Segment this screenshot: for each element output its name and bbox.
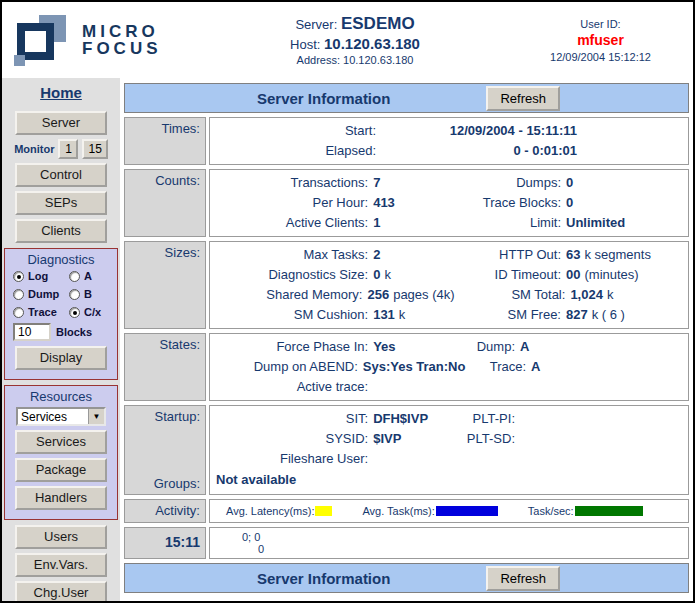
home-link[interactable]: Home <box>40 84 82 101</box>
activity-row: Activity: Avg. Latency(ms): Avg. Task(ms… <box>124 499 689 523</box>
radio-log[interactable]: Log <box>13 270 69 282</box>
active-trace-value <box>373 377 450 397</box>
handlers-button[interactable]: Handlers <box>15 486 107 510</box>
times-row: Times: Start:12/09/2004 - 15:11:11 Elaps… <box>124 117 689 165</box>
logo-line2: FOCUS <box>82 40 162 57</box>
plt-pi-value <box>520 409 686 429</box>
trace-blocks-value: 0 <box>566 193 686 213</box>
dump-on-abend-value: Sys:Yes Tran:No <box>363 357 466 377</box>
microfocus-logo: MICRO FOCUS <box>2 14 192 66</box>
force-phase-in-value: Yes <box>373 337 450 357</box>
monitor-1-button[interactable]: 1 <box>58 139 78 159</box>
timestamp: 12/09/2004 15:12:12 <box>518 51 683 63</box>
resources-title: Resources <box>5 389 117 404</box>
host-value: 10.120.63.180 <box>324 35 420 52</box>
chguser-button[interactable]: Chg.User <box>15 581 107 603</box>
legend-avg-latency: Avg. Latency(ms): <box>226 505 332 517</box>
monitor-15-button[interactable]: 15 <box>82 139 107 159</box>
top-title-bar: Server Information Refresh <box>124 83 689 113</box>
startup-label: Startup: <box>130 409 200 424</box>
groups-value: Not available <box>212 469 686 491</box>
users-button[interactable]: Users <box>15 525 107 549</box>
shared-memory-value: 256 <box>367 287 389 302</box>
sizes-row: Sizes: Max Tasks:2HTTP Out:63k segments … <box>124 241 689 329</box>
radio-a[interactable]: A <box>69 270 113 282</box>
control-button[interactable]: Control <box>15 163 107 187</box>
sm-cushion-value: 131 <box>373 307 395 322</box>
dumps-value: 0 <box>566 173 686 193</box>
counts-row: Counts: Transactions:7Dumps:0 Per Hour:4… <box>124 169 689 237</box>
timeslot-label: 15:11 <box>124 527 206 559</box>
task-color-chip <box>436 506 498 516</box>
refresh-button-bottom[interactable]: Refresh <box>486 566 560 591</box>
bottom-title-bar: Server Information Refresh <box>124 563 689 593</box>
radio-a-icon[interactable] <box>69 271 80 282</box>
services-button[interactable]: Services <box>15 430 107 454</box>
trace-state-value: A <box>531 357 686 377</box>
blocks-label: Blocks <box>56 326 92 338</box>
display-button[interactable]: Display <box>15 346 107 370</box>
sizes-label: Sizes: <box>124 241 206 329</box>
sit-value: DFH$IVP <box>373 409 450 429</box>
seps-button[interactable]: SEPs <box>15 191 107 215</box>
latency-color-chip <box>315 506 332 516</box>
resources-panel: Resources Services ▼ Services Package Ha… <box>4 385 118 520</box>
page-title: Server Information <box>257 90 390 107</box>
radio-dump[interactable]: Dump <box>13 288 69 300</box>
task-sec-color-chip <box>575 506 643 516</box>
radio-cx-icon[interactable] <box>69 307 80 318</box>
states-label: States: <box>124 333 206 401</box>
envvars-button[interactable]: Env.Vars. <box>15 553 107 577</box>
radio-trace[interactable]: Trace <box>13 306 69 318</box>
page-header: MICRO FOCUS Server: ESDEMO Host: 10.120.… <box>2 2 693 78</box>
radio-log-icon[interactable] <box>13 271 24 282</box>
chevron-down-icon[interactable]: ▼ <box>88 409 104 424</box>
radio-cx[interactable]: C/x <box>69 306 113 318</box>
radio-trace-icon[interactable] <box>13 307 24 318</box>
server-button[interactable]: Server <box>15 111 107 135</box>
diagnostics-panel: Diagnostics Log A Dump <box>4 248 118 380</box>
max-tasks-value: 2 <box>373 247 380 262</box>
blocks-input[interactable] <box>13 323 51 341</box>
monitor-label: Monitor <box>14 143 54 155</box>
resources-select-value: Services <box>18 409 88 424</box>
timeslot-row: 15:11 0; 0 0 <box>124 527 689 559</box>
counts-label: Counts: <box>124 169 206 237</box>
timeslot-line2: 0 <box>212 543 686 555</box>
elapsed-time-value: 0 - 0:01:01 <box>382 141 577 161</box>
user-info: User ID: mfuser 12/09/2004 15:12:12 <box>518 18 693 63</box>
microfocus-logo-icon <box>14 14 72 66</box>
diagnostics-size-value: 0 <box>373 267 380 282</box>
startup-row: Startup: Groups: SIT:DFH$IVPPLT-PI: SYSI… <box>124 405 689 495</box>
resources-select[interactable]: Services ▼ <box>16 407 106 426</box>
start-time-value: 12/09/2004 - 15:11:11 <box>382 121 577 141</box>
sm-free-value: 827 <box>566 307 588 322</box>
main-content: Server Information Refresh Times: Start:… <box>120 78 693 603</box>
radio-b-icon[interactable] <box>69 289 80 300</box>
times-label: Times: <box>124 117 206 165</box>
user-id-value: mfuser <box>518 32 683 48</box>
plt-sd-value <box>520 429 686 449</box>
radio-b[interactable]: B <box>69 288 113 300</box>
transactions-value: 7 <box>373 173 446 193</box>
clients-button[interactable]: Clients <box>15 219 107 243</box>
http-out-value: 63 <box>566 247 580 262</box>
dump-state-value: A <box>520 337 686 357</box>
refresh-button-top[interactable]: Refresh <box>486 86 560 111</box>
legend-task-per-sec: Task/sec: <box>528 505 643 517</box>
page-title-bottom: Server Information <box>257 570 390 587</box>
address-label: Address: <box>297 54 340 66</box>
active-clients-value: 1 <box>373 213 446 233</box>
timeslot-line1: 0; 0 <box>212 531 686 543</box>
id-timeout-value: 00 <box>566 267 580 282</box>
per-hour-value: 413 <box>373 193 446 213</box>
address-value: 10.120.63.180 <box>343 54 413 66</box>
limit-value: Unlimited <box>566 213 686 233</box>
package-button[interactable]: Package <box>15 458 107 482</box>
radio-dump-icon[interactable] <box>13 289 24 300</box>
groups-label: Groups: <box>130 476 200 491</box>
microfocus-logo-text: MICRO FOCUS <box>82 23 162 57</box>
sidebar: Home Server Monitor 1 15 Control SEPs Cl… <box>2 78 120 603</box>
sysid-value: $IVP <box>373 429 450 449</box>
activity-label: Activity: <box>124 499 206 523</box>
